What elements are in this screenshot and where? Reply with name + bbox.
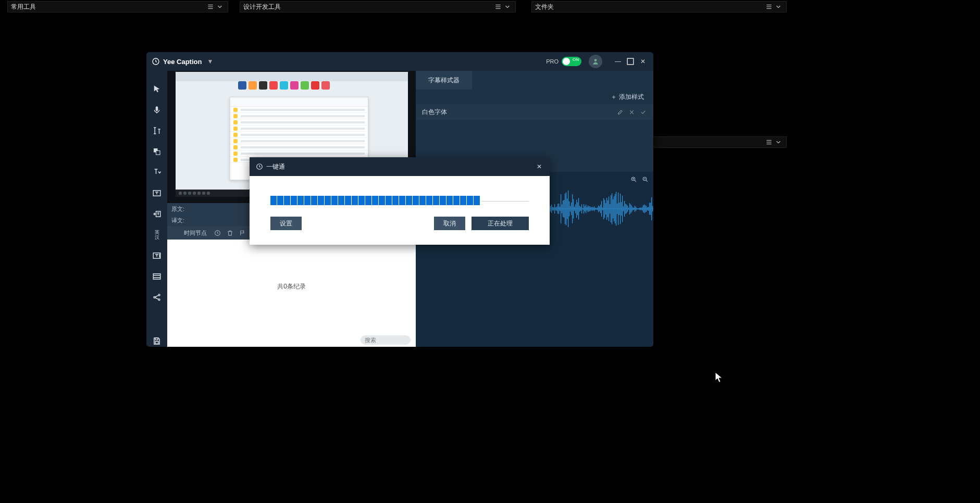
add-style-button[interactable]: ＋ 添加样式 <box>416 90 653 104</box>
svg-rect-187 <box>564 200 564 218</box>
svg-rect-265 <box>645 205 646 212</box>
trash-icon[interactable] <box>226 229 234 237</box>
dock-panel-folders: 文件夹 <box>531 1 787 12</box>
plus-icon: ＋ <box>611 93 617 102</box>
svg-rect-253 <box>632 207 633 210</box>
title-dropdown-icon[interactable]: ▼ <box>207 58 213 65</box>
svg-rect-195 <box>572 194 573 223</box>
svg-rect-272 <box>652 206 653 212</box>
list-icon[interactable] <box>206 2 215 11</box>
svg-rect-190 <box>567 198 567 219</box>
pro-toggle[interactable]: ON <box>562 57 581 66</box>
progress-bar <box>270 196 529 206</box>
svg-rect-242 <box>621 202 622 216</box>
close-button[interactable]: ✕ <box>638 56 648 67</box>
svg-rect-15 <box>156 106 158 111</box>
svg-rect-208 <box>586 205 586 213</box>
empty-records-label: 共0条纪录 <box>167 240 416 333</box>
svg-rect-238 <box>617 204 617 214</box>
svg-rect-177 <box>553 207 554 210</box>
tab-caption-style[interactable]: 字幕样式器 <box>416 71 472 90</box>
svg-rect-241 <box>620 194 621 224</box>
svg-rect-192 <box>569 202 569 217</box>
svg-rect-259 <box>639 208 639 209</box>
svg-rect-216 <box>594 206 594 211</box>
minimize-button[interactable]: — <box>613 56 623 67</box>
delete-x-icon[interactable] <box>627 108 636 116</box>
svg-rect-234 <box>613 199 613 219</box>
check-icon[interactable] <box>639 108 647 116</box>
chevron-down-icon[interactable] <box>774 2 783 11</box>
text-height-icon[interactable] <box>151 125 163 136</box>
svg-rect-181 <box>557 204 558 213</box>
user-avatar[interactable] <box>589 55 602 68</box>
insert-text-icon[interactable] <box>151 208 163 220</box>
app-logo[interactable]: Yee Caption <box>152 57 202 66</box>
mic-text-icon[interactable] <box>151 167 163 178</box>
svg-rect-219 <box>597 207 598 210</box>
svg-rect-198 <box>575 204 576 213</box>
svg-rect-267 <box>647 207 648 210</box>
right-tab-row: 字幕样式器 <box>416 71 653 90</box>
text-box-icon[interactable] <box>151 187 163 199</box>
svg-rect-236 <box>615 194 615 224</box>
svg-rect-188 <box>565 194 565 224</box>
svg-rect-250 <box>629 203 630 215</box>
svg-rect-226 <box>604 200 605 218</box>
svg-rect-227 <box>605 203 606 215</box>
svg-rect-184 <box>561 194 561 223</box>
svg-rect-268 <box>648 207 649 211</box>
settings-button[interactable]: 设置 <box>270 217 302 230</box>
svg-rect-178 <box>554 204 555 213</box>
chevron-down-icon[interactable] <box>215 2 225 11</box>
clock-icon[interactable] <box>213 229 221 237</box>
svg-rect-220 <box>598 206 599 212</box>
zoom-out-icon[interactable] <box>641 175 649 183</box>
svg-rect-200 <box>577 203 578 216</box>
svg-rect-270 <box>650 203 651 215</box>
dock-label: 常用工具 <box>11 3 206 11</box>
svg-rect-215 <box>593 207 593 210</box>
processing-button[interactable]: 正在处理 <box>472 217 529 230</box>
svg-rect-224 <box>602 207 603 210</box>
flag-icon[interactable] <box>238 229 246 237</box>
svg-point-27 <box>158 299 160 300</box>
cancel-button[interactable]: 取消 <box>434 217 465 230</box>
svg-rect-209 <box>587 207 587 211</box>
save-icon[interactable] <box>151 335 163 347</box>
maximize-button[interactable] <box>625 56 636 67</box>
chevron-down-icon[interactable] <box>503 2 512 11</box>
svg-rect-237 <box>616 192 616 225</box>
translate-en-cn-icon[interactable]: 英汉 <box>151 229 163 241</box>
dock-panel-common-tools: 常用工具 <box>7 1 228 12</box>
layers-icon[interactable] <box>151 146 163 157</box>
search-box[interactable] <box>361 335 411 345</box>
chevron-down-icon[interactable] <box>774 137 783 147</box>
svg-rect-245 <box>624 201 625 217</box>
list-icon[interactable] <box>493 2 503 11</box>
svg-rect-269 <box>649 203 650 215</box>
svg-rect-262 <box>642 207 642 210</box>
microphone-icon[interactable] <box>151 104 163 116</box>
list-icon[interactable] <box>764 137 774 147</box>
cursor-tool-icon[interactable] <box>151 83 163 95</box>
zoom-in-icon[interactable] <box>629 175 638 183</box>
svg-rect-239 <box>618 193 618 225</box>
text-cursor-icon[interactable] <box>151 250 163 261</box>
dialog-close-icon[interactable]: ✕ <box>535 162 543 171</box>
film-icon[interactable] <box>151 271 163 282</box>
share-icon[interactable] <box>151 292 163 303</box>
svg-rect-189 <box>566 193 566 225</box>
svg-rect-180 <box>556 207 557 211</box>
svg-rect-176 <box>552 207 553 210</box>
svg-rect-231 <box>610 204 610 214</box>
svg-rect-230 <box>609 196 609 221</box>
progress-dialog: 一键通 ✕ 设置 取消 正在处理 <box>250 157 550 245</box>
svg-rect-214 <box>592 207 592 211</box>
list-icon[interactable] <box>764 2 774 11</box>
style-item-white-font[interactable]: 白色字体 <box>416 104 653 120</box>
svg-rect-193 <box>570 206 570 211</box>
svg-rect-30 <box>155 338 158 340</box>
svg-rect-229 <box>607 200 608 218</box>
edit-icon[interactable] <box>616 108 624 116</box>
